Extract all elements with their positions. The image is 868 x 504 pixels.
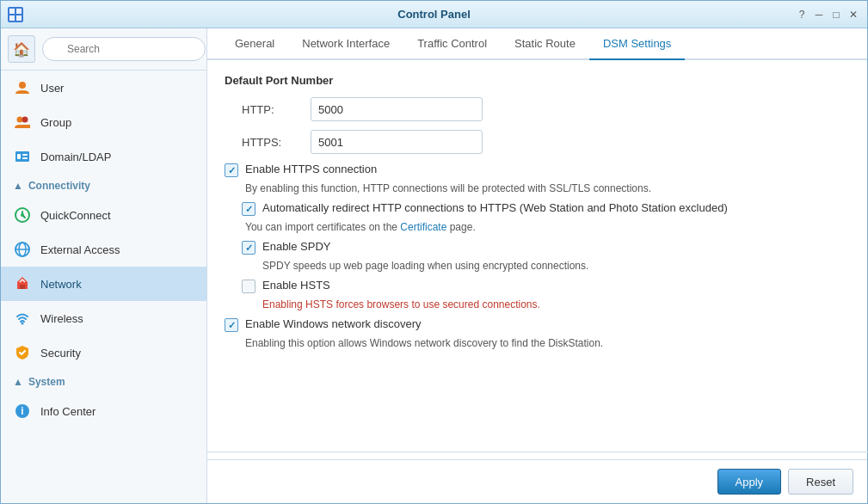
section-title: Default Port Number: [225, 74, 850, 87]
tab-static-route[interactable]: Static Route: [501, 28, 589, 60]
enable-spdy-row: Enable SPDY: [242, 240, 850, 255]
auto-redirect-row: Automatically redirect HTTP connections …: [242, 201, 850, 216]
certificate-link[interactable]: Certificate: [400, 221, 446, 233]
sidebar-item-wireless[interactable]: Wireless: [1, 301, 206, 335]
sidebar-item-user[interactable]: User: [1, 71, 206, 105]
hsts-warning: Enabling HSTS forces browsers to use sec…: [262, 298, 850, 310]
system-collapse-icon: ▲: [13, 376, 23, 388]
svg-point-5: [17, 117, 23, 123]
windows-discovery-info: Enabling this option allows Windows netw…: [245, 337, 850, 349]
http-input[interactable]: [311, 97, 483, 121]
domain-icon: [13, 147, 32, 166]
svg-point-4: [19, 82, 26, 89]
sidebar-item-security[interactable]: Security: [1, 335, 206, 370]
sidebar-item-infocenter[interactable]: i Info Center: [1, 394, 206, 428]
search-wrapper: 🔍: [42, 37, 206, 61]
http-label: HTTP:: [242, 103, 311, 116]
enable-https-row: Enable HTTPS connection: [225, 163, 850, 177]
user-icon: [13, 78, 32, 97]
svg-rect-10: [22, 157, 28, 159]
svg-rect-1: [16, 9, 22, 14]
svg-rect-9: [22, 154, 28, 156]
infocenter-icon: i: [13, 402, 32, 421]
svg-rect-0: [9, 9, 15, 14]
external-icon: [13, 240, 32, 259]
close-button[interactable]: ✕: [846, 8, 860, 22]
svg-rect-2: [9, 15, 15, 21]
security-icon: [13, 343, 32, 362]
window-title: Control Panel: [397, 8, 471, 21]
app-icon: [8, 7, 23, 22]
wireless-icon: [13, 309, 32, 328]
https-info: By enabling this function, HTTP connecti…: [245, 182, 850, 194]
help-button[interactable]: ?: [795, 8, 809, 22]
sidebar-item-quickconnect-label: QuickConnect: [40, 209, 111, 222]
svg-point-6: [22, 117, 28, 123]
quickconnect-icon: [13, 206, 32, 224]
sidebar-item-network-label: Network: [40, 278, 82, 291]
svg-rect-3: [16, 15, 22, 21]
sidebar-item-group[interactable]: Group: [1, 105, 206, 139]
content-area: General Network Interface Traffic Contro…: [207, 28, 867, 503]
network-icon: [13, 274, 32, 293]
system-section-label: System: [28, 376, 65, 388]
enable-hsts-label: Enable HSTS: [262, 279, 330, 292]
tab-traffic-control[interactable]: Traffic Control: [403, 28, 501, 60]
sidebar-top: 🏠 🔍: [1, 28, 206, 71]
maximize-button[interactable]: □: [829, 8, 843, 22]
sidebar-item-network[interactable]: Network: [1, 267, 206, 301]
tab-general[interactable]: General: [221, 28, 288, 60]
svg-rect-8: [17, 154, 21, 159]
footer: Apply Reset: [207, 459, 867, 503]
https-label: HTTPS:: [242, 136, 311, 149]
home-button[interactable]: 🏠: [8, 35, 35, 63]
group-icon: [13, 113, 32, 132]
tab-network-interface[interactable]: Network Interface: [288, 28, 403, 60]
sidebar-item-domain-label: Domain/LDAP: [40, 151, 111, 163]
titlebar-left: [8, 7, 23, 22]
apply-button[interactable]: Apply: [717, 469, 782, 495]
titlebar-controls: ? ─ □ ✕: [795, 8, 860, 22]
svg-point-12: [21, 213, 24, 217]
windows-discovery-checkbox[interactable]: [225, 318, 238, 332]
reset-button[interactable]: Reset: [788, 469, 853, 495]
collapse-icon: ▲: [13, 180, 23, 192]
footer-divider: [207, 452, 867, 452]
enable-spdy-checkbox[interactable]: [242, 241, 255, 255]
sidebar-item-group-label: Group: [40, 116, 71, 129]
tab-dsm-settings[interactable]: DSM Settings: [589, 28, 685, 60]
auto-redirect-checkbox[interactable]: [242, 202, 255, 216]
minimize-button[interactable]: ─: [812, 8, 826, 22]
sidebar-item-user-label: User: [40, 82, 64, 95]
http-row: HTTP:: [242, 97, 850, 121]
enable-hsts-checkbox[interactable]: [242, 280, 255, 293]
certificate-text: You can import certificates on the Certi…: [245, 221, 850, 233]
titlebar: Control Panel ? ─ □ ✕: [1, 1, 867, 28]
https-input[interactable]: [311, 130, 483, 154]
sidebar-section-connectivity: ▲ Connectivity: [1, 174, 206, 198]
enable-https-checkbox[interactable]: [225, 163, 238, 177]
tabs: General Network Interface Traffic Contro…: [207, 28, 867, 60]
main-content: 🏠 🔍 User: [1, 28, 867, 503]
sidebar-item-external-label: External Access: [40, 243, 120, 256]
spdy-info: SPDY speeds up web page loading when usi…: [262, 260, 850, 272]
auto-redirect-label: Automatically redirect HTTP connections …: [262, 201, 728, 214]
sidebar-item-external[interactable]: External Access: [1, 232, 206, 267]
enable-spdy-label: Enable SPDY: [262, 240, 331, 253]
sidebar: 🏠 🔍 User: [1, 28, 207, 503]
sidebar-item-quickconnect[interactable]: QuickConnect: [1, 198, 206, 232]
enable-hsts-row: Enable HSTS: [242, 279, 850, 293]
sidebar-item-wireless-label: Wireless: [40, 312, 83, 325]
sidebar-item-security-label: Security: [40, 347, 81, 360]
windows-discovery-row: Enable Windows network discovery: [225, 317, 850, 332]
https-row: HTTPS:: [242, 130, 850, 154]
dsm-settings-panel: Default Port Number HTTP: HTTPS: Enable …: [207, 60, 867, 459]
sidebar-section-system: ▲ System: [1, 370, 206, 394]
search-input[interactable]: [42, 37, 206, 61]
svg-text:i: i: [21, 405, 23, 417]
sidebar-item-domain[interactable]: Domain/LDAP: [1, 139, 206, 174]
svg-rect-16: [20, 285, 25, 289]
enable-https-label: Enable HTTPS connection: [245, 163, 377, 175]
svg-point-17: [22, 323, 24, 325]
sidebar-item-infocenter-label: Info Center: [40, 405, 95, 418]
